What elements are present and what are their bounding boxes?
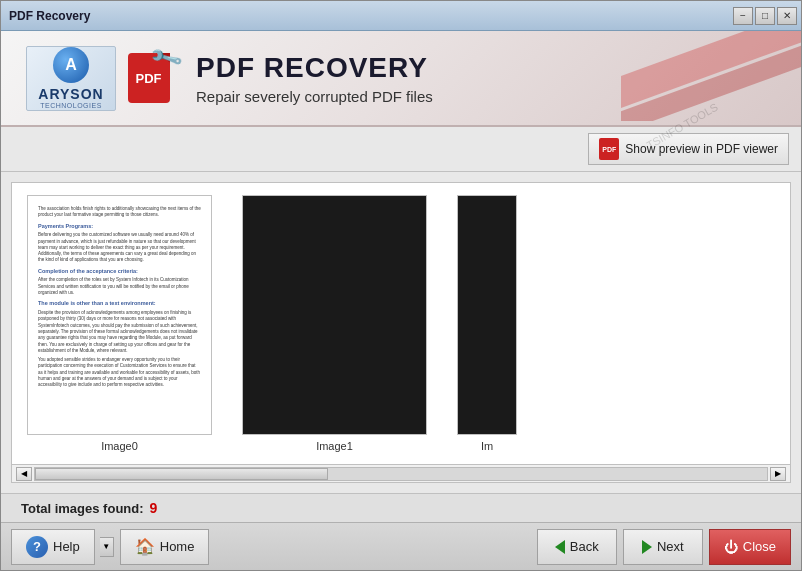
next-button-label: Next [657, 539, 684, 554]
brand-name: ARYSON [38, 86, 103, 102]
help-button-label: Help [53, 539, 80, 554]
brand-circle-icon: A [53, 47, 89, 83]
home-button[interactable]: 🏠 Home [120, 529, 210, 565]
gallery-inner[interactable]: The association holds finish rights to a… [12, 183, 790, 464]
app-icon: PDF 🔧 [121, 51, 176, 106]
list-item: The association holds finish rights to a… [27, 195, 212, 452]
main-content: The association holds finish rights to a… [1, 172, 801, 493]
help-button[interactable]: ? Help [11, 529, 95, 565]
list-item: Image1 [242, 195, 427, 452]
preview-button-label: Show preview in PDF viewer [625, 142, 778, 156]
back-arrow-icon [555, 540, 565, 554]
title-bar: PDF Recovery − □ ✕ [1, 1, 801, 31]
horizontal-scrollbar[interactable]: ◀ ▶ [12, 464, 790, 482]
status-bar: Total images found: 9 [1, 493, 801, 522]
scroll-left-button[interactable]: ◀ [16, 467, 32, 481]
main-window: PDF Recovery − □ ✕ A ARYSON TECHNOLOGIES… [0, 0, 802, 571]
bottom-toolbar: ? Help ▼ 🏠 Home Back Next ⏻ Cl [1, 522, 801, 570]
brand-logo: A ARYSON TECHNOLOGIES [26, 46, 116, 111]
status-value: 9 [150, 500, 158, 516]
home-button-label: Home [160, 539, 195, 554]
image-label-2: Im [481, 440, 493, 452]
window-close-button[interactable]: ✕ [777, 7, 797, 25]
window-controls: − □ ✕ [733, 7, 797, 25]
image-label-1: Image1 [316, 440, 353, 452]
maximize-button[interactable]: □ [755, 7, 775, 25]
status-label: Total images found: [21, 501, 144, 516]
power-icon: ⏻ [724, 539, 738, 555]
pdf-section4-text: You adopted sensible strides to endanger… [38, 357, 201, 388]
list-item: Im [457, 195, 517, 452]
pdf-preview-icon: PDF [599, 138, 619, 160]
minimize-button[interactable]: − [733, 7, 753, 25]
image-thumb-1[interactable] [242, 195, 427, 435]
pdf-section3-text: Despite the provision of acknowledgement… [38, 310, 201, 354]
ribbon-decoration [621, 31, 801, 121]
help-dropdown-button[interactable]: ▼ [100, 537, 114, 557]
toolbar: PDF Show preview in PDF viewer [1, 127, 801, 172]
back-button[interactable]: Back [537, 529, 617, 565]
pdf-section2-text: After the completion of the roles set by… [38, 277, 201, 296]
pdf-section1-title: Payments Programs: [38, 223, 201, 231]
pdf-section2-title: Completion of the acceptance criteria: [38, 268, 201, 276]
image-thumb-0[interactable]: The association holds finish rights to a… [27, 195, 212, 435]
close-button[interactable]: ⏻ Close [709, 529, 791, 565]
show-preview-button[interactable]: PDF Show preview in PDF viewer [588, 133, 789, 165]
pdf-para1: The association holds finish rights to a… [38, 206, 201, 219]
close-button-label: Close [743, 539, 776, 554]
window-title: PDF Recovery [9, 9, 90, 23]
back-button-label: Back [570, 539, 599, 554]
help-icon: ? [26, 536, 48, 558]
next-arrow-icon [642, 540, 652, 554]
scroll-right-button[interactable]: ▶ [770, 467, 786, 481]
pdf-section3-title: The module is other than a text environm… [38, 300, 201, 308]
image-label-0: Image0 [101, 440, 138, 452]
scroll-thumb[interactable] [35, 468, 328, 480]
image-gallery: The association holds finish rights to a… [11, 182, 791, 483]
help-circle-icon: ? [26, 536, 48, 558]
scroll-track[interactable] [34, 467, 768, 481]
brand-logo-area: A ARYSON TECHNOLOGIES [21, 43, 121, 113]
next-button[interactable]: Next [623, 529, 703, 565]
home-icon: 🏠 [135, 537, 155, 556]
brand-sub: TECHNOLOGIES [40, 102, 102, 109]
image-thumb-2[interactable] [457, 195, 517, 435]
header: A ARYSON TECHNOLOGIES PDF 🔧 PDF RECOVERY… [1, 31, 801, 127]
pdf-section1-text: Before delivering you the customized sof… [38, 232, 201, 263]
